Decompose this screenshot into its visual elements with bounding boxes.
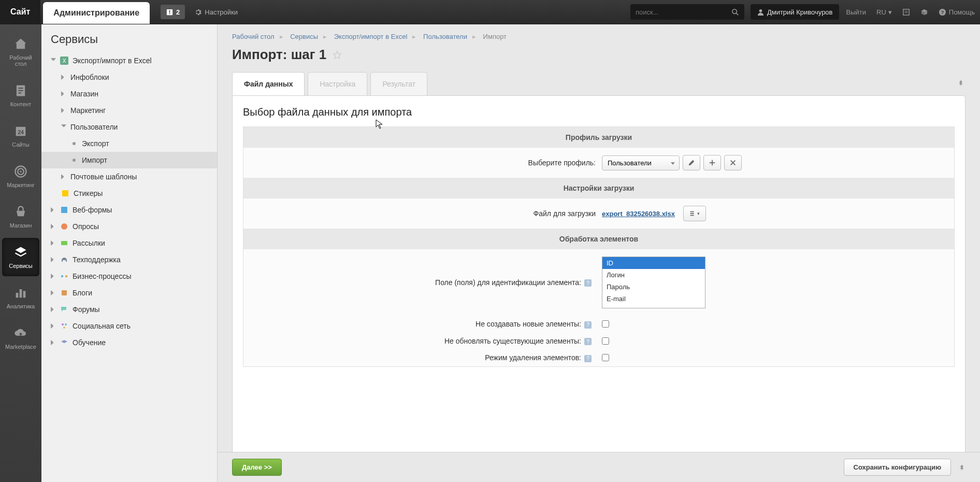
cb-no-create[interactable] — [602, 320, 609, 328]
language-button[interactable]: RU▾ — [871, 0, 897, 24]
edit-profile-button[interactable] — [683, 155, 700, 171]
tree-item-social[interactable]: Социальная сеть — [41, 318, 217, 334]
iconbar-content[interactable]: Контент — [2, 76, 39, 115]
market-icon[interactable] — [915, 0, 933, 24]
listbox-item[interactable]: ID — [602, 257, 705, 269]
svg-point-3 — [732, 9, 737, 13]
breadcrumb-link[interactable]: Рабочий стол — [232, 33, 275, 40]
listbox-item[interactable]: E-mail — [602, 293, 705, 305]
iconbar-shop[interactable]: Магазин — [2, 197, 39, 236]
svg-rect-28 — [61, 241, 67, 245]
tree-item-infoblocks[interactable]: Инфоблоки — [41, 69, 217, 86]
excel-icon: X — [60, 56, 68, 65]
svg-rect-25 — [62, 190, 68, 196]
listbox-item[interactable]: Логин — [602, 269, 705, 281]
profile-select[interactable]: Пользователи — [602, 155, 680, 171]
settings-label: Настройки — [205, 8, 238, 16]
tab-admin[interactable]: Администрирование — [43, 2, 150, 24]
tree-label: Магазин — [70, 90, 98, 98]
tree-item-marketing[interactable]: Маркетинг — [41, 102, 217, 119]
social-icon — [60, 322, 68, 330]
help-label: Помощь — [949, 8, 975, 16]
star-icon[interactable] — [333, 50, 342, 60]
notification-icon — [166, 8, 174, 16]
tree-item-mailing[interactable]: Рассылки — [41, 235, 217, 251]
iconbar-desktop[interactable]: Рабочий стол — [2, 30, 39, 74]
bullet-icon — [73, 142, 76, 145]
settings-button[interactable]: Настройки — [188, 0, 244, 24]
iconbar-sites[interactable]: 24Сайты — [2, 117, 39, 155]
target-icon — [13, 164, 28, 179]
tree-label: Веб-формы — [73, 206, 112, 214]
file-menu-button[interactable]: ▾ — [683, 206, 706, 221]
tree-item-polls[interactable]: Опросы — [41, 218, 217, 235]
tree-item-blogs[interactable]: Блоги — [41, 285, 217, 301]
cb3-label: Режим удаления элементов:? — [378, 353, 596, 362]
save-config-button[interactable]: Сохранить конфигурацию — [844, 459, 951, 476]
user-button[interactable]: Дмитрий Кривочуров — [751, 4, 839, 20]
iconbar-analytics[interactable]: Аналитика — [2, 278, 39, 317]
chevron-right-icon — [61, 174, 66, 179]
svg-rect-12 — [18, 88, 23, 89]
pin-icon[interactable] — [957, 79, 964, 87]
tree-item-shop[interactable]: Магазин — [41, 86, 217, 102]
iconbar-label: Marketplace — [5, 344, 36, 350]
iconbar-label: Сайты — [12, 141, 29, 148]
iconbar-marketing[interactable]: Маркетинг — [2, 157, 39, 195]
breadcrumb-link[interactable]: Экспорт/импорт в Excel — [334, 33, 408, 40]
learning-icon — [60, 338, 68, 347]
content-area: Рабочий стол▸ Сервисы▸ Экспорт/импорт в … — [218, 24, 980, 482]
breadcrumb-link[interactable]: Сервисы — [290, 33, 318, 40]
tree-label: Маркетинг — [70, 106, 106, 115]
tree-item-stickers[interactable]: Стикеры — [41, 185, 217, 202]
tree-item-webforms[interactable]: Веб-формы — [41, 202, 217, 218]
tree-item-learning[interactable]: Обучение — [41, 334, 217, 351]
add-profile-button[interactable] — [703, 155, 721, 171]
logout-button[interactable]: Выйти — [841, 0, 872, 24]
cb-delete-mode[interactable] — [602, 354, 609, 361]
notification-badge[interactable]: 2 — [161, 5, 185, 19]
svg-text:24: 24 — [18, 129, 24, 135]
bullet-icon — [73, 159, 76, 162]
iconbar-services[interactable]: Сервисы — [2, 238, 39, 276]
help-button[interactable]: ? Помощь — [933, 0, 980, 24]
svg-rect-21 — [20, 289, 22, 297]
iconbar-label: Контент — [10, 101, 32, 107]
next-button[interactable]: Далее >> — [232, 459, 282, 476]
iconbar-label: Рабочий стол — [4, 54, 37, 67]
help-icon[interactable]: ? — [584, 355, 592, 362]
tree-item-export-import[interactable]: XЭкспорт/импорт в Excel — [41, 52, 217, 69]
tree-item-export[interactable]: Экспорт — [41, 135, 217, 152]
tab-file-data[interactable]: Файл данных — [232, 72, 305, 95]
delete-profile-button[interactable] — [724, 155, 742, 171]
iconbar-marketplace[interactable]: Marketplace — [2, 319, 39, 357]
breadcrumb: Рабочий стол▸ Сервисы▸ Экспорт/импорт в … — [218, 24, 980, 45]
help-icon[interactable]: ? — [584, 338, 592, 345]
pin-icon[interactable] — [958, 464, 965, 471]
document-icon — [13, 83, 28, 98]
help-icon[interactable]: ? — [584, 279, 592, 287]
chevron-right-icon — [61, 75, 66, 80]
tab-site[interactable]: Сайт — [0, 0, 40, 24]
tree-label: Пользователи — [70, 123, 118, 131]
tree-item-forums[interactable]: Форумы — [41, 301, 217, 318]
tree-item-mail-templates[interactable]: Почтовые шаблоны — [41, 168, 217, 185]
tree-item-support[interactable]: Техподдержка — [41, 251, 217, 268]
search-icon[interactable] — [731, 8, 739, 16]
docs-icon[interactable] — [897, 0, 915, 24]
lang-label: RU — [876, 8, 886, 16]
help-icon[interactable]: ? — [584, 321, 592, 329]
tree-label: Техподдержка — [73, 256, 121, 264]
search-box[interactable] — [630, 4, 744, 20]
cb-no-update[interactable] — [602, 337, 609, 345]
tree-item-users[interactable]: Пользователи — [41, 119, 217, 135]
breadcrumb-link[interactable]: Пользователи — [423, 33, 467, 40]
ident-listbox[interactable]: ID Логин Пароль E-mail — [602, 257, 705, 308]
tree-item-bizproc[interactable]: Бизнес-процессы — [41, 268, 217, 285]
listbox-item[interactable]: Пароль — [602, 281, 705, 293]
forum-icon — [60, 305, 68, 314]
tree-item-import[interactable]: Импорт — [41, 152, 217, 168]
file-link[interactable]: export_832526038.xlsx — [602, 210, 675, 218]
search-input[interactable] — [636, 8, 731, 16]
chevron-right-icon — [51, 224, 56, 229]
